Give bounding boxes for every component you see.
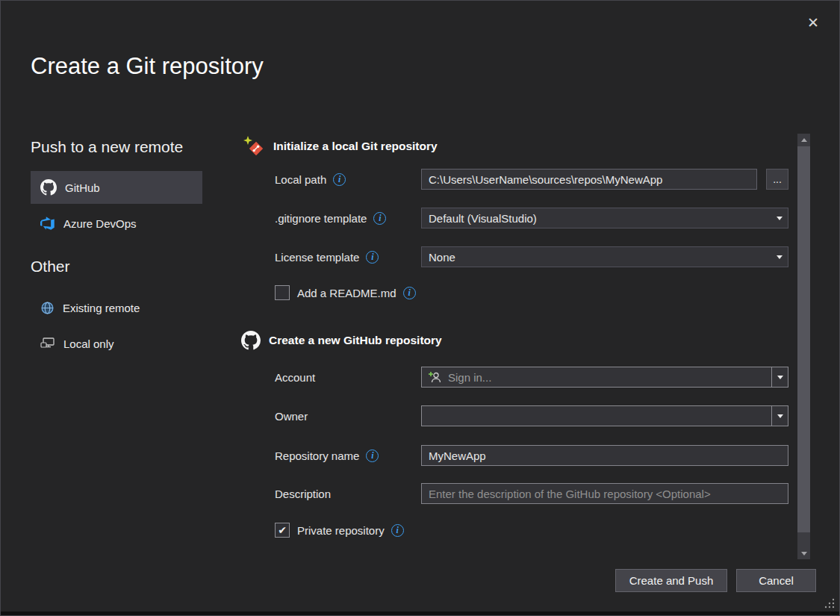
gitignore-row: .gitignore template i Default (VisualStu…	[275, 207, 788, 229]
sidebar-item-existing-remote[interactable]: Existing remote	[31, 292, 202, 323]
sign-in-person-icon	[429, 371, 442, 383]
local-path-label: Local path	[275, 173, 326, 186]
license-selected-value: None	[422, 251, 771, 264]
github-section-title: Create a new GitHub repository	[269, 334, 442, 347]
push-to-remote-heading: Push to a new remote	[31, 138, 183, 156]
description-row: Description	[275, 482, 788, 505]
account-label: Account	[275, 371, 315, 384]
globe-icon	[40, 301, 55, 315]
license-label: License template	[275, 251, 359, 264]
window-bottom-edge	[1, 612, 839, 615]
sidebar-item-azure-devops[interactable]: Azure DevOps	[31, 207, 202, 240]
info-icon[interactable]: i	[391, 524, 404, 537]
readme-checkbox[interactable]	[275, 285, 290, 300]
create-git-repo-dialog: Create a Git repository ✕ Push to a new …	[0, 0, 840, 616]
gitignore-selected-value: Default (VisualStudio)	[422, 212, 771, 225]
repository-name-row: Repository name i	[275, 444, 788, 467]
scroll-down-icon[interactable]	[797, 547, 810, 559]
sidebar-item-github[interactable]: GitHub	[31, 171, 202, 204]
chevron-down-icon	[771, 208, 788, 228]
other-heading: Other	[31, 258, 70, 276]
sidebar-item-label: GitHub	[65, 181, 100, 194]
license-dropdown[interactable]: None	[421, 246, 788, 267]
page-title: Create a Git repository	[31, 53, 264, 80]
close-button[interactable]: ✕	[800, 11, 826, 34]
cancel-button[interactable]: Cancel	[736, 569, 816, 592]
account-row: Account Sign in...	[275, 366, 788, 388]
chevron-down-icon[interactable]	[771, 406, 788, 426]
info-icon[interactable]: i	[366, 251, 379, 264]
chevron-down-icon[interactable]	[771, 367, 788, 387]
git-init-icon	[243, 135, 265, 158]
readme-label: Add a README.md	[297, 287, 396, 299]
github-icon	[241, 331, 261, 350]
sidebar-item-label: Existing remote	[63, 302, 140, 314]
scrollbar-thumb[interactable]	[797, 146, 810, 532]
local-path-input[interactable]	[421, 169, 757, 190]
gitignore-label: .gitignore template	[275, 212, 367, 225]
create-and-push-button[interactable]: Create and Push	[615, 569, 727, 592]
github-section-header: Create a new GitHub repository	[241, 331, 442, 350]
repository-name-label: Repository name	[275, 449, 359, 462]
description-label: Description	[275, 488, 331, 500]
info-icon[interactable]: i	[403, 287, 416, 299]
private-repo-checkbox[interactable]: ✔	[275, 523, 290, 538]
init-section-title: Initialize a local Git repository	[273, 140, 438, 153]
scroll-up-icon[interactable]	[797, 134, 810, 146]
check-icon: ✔	[278, 525, 287, 535]
sidebar-item-label: Local only	[63, 337, 114, 350]
init-section-header: Initialize a local Git repository	[243, 135, 438, 158]
gitignore-dropdown[interactable]: Default (VisualStudio)	[421, 208, 788, 228]
browse-button[interactable]: ...	[766, 169, 788, 190]
owner-row: Owner	[275, 405, 788, 427]
github-icon	[40, 179, 57, 196]
license-row: License template i None	[275, 246, 788, 268]
azure-devops-icon	[40, 216, 55, 231]
sidebar-item-local-only[interactable]: Local only	[31, 328, 202, 359]
vertical-scrollbar[interactable]	[797, 134, 810, 559]
account-value: Sign in...	[448, 371, 491, 384]
repository-name-input[interactable]	[421, 445, 788, 466]
close-icon: ✕	[807, 14, 819, 31]
info-icon[interactable]: i	[333, 173, 346, 186]
chevron-down-icon	[771, 247, 788, 267]
description-input[interactable]	[421, 483, 788, 504]
owner-label: Owner	[275, 410, 308, 423]
info-icon[interactable]: i	[373, 212, 386, 225]
owner-dropdown[interactable]	[421, 405, 788, 426]
readme-row: Add a README.md i	[275, 283, 788, 302]
private-repo-label: Private repository	[297, 524, 385, 537]
resize-grip[interactable]	[824, 597, 836, 609]
account-dropdown[interactable]: Sign in...	[421, 367, 788, 388]
private-repo-row: ✔ Private repository i	[275, 520, 788, 540]
monitor-icon	[40, 337, 55, 350]
sidebar-item-label: Azure DevOps	[63, 217, 137, 230]
info-icon[interactable]: i	[366, 449, 379, 462]
local-path-row: Local path i ...	[275, 168, 788, 190]
